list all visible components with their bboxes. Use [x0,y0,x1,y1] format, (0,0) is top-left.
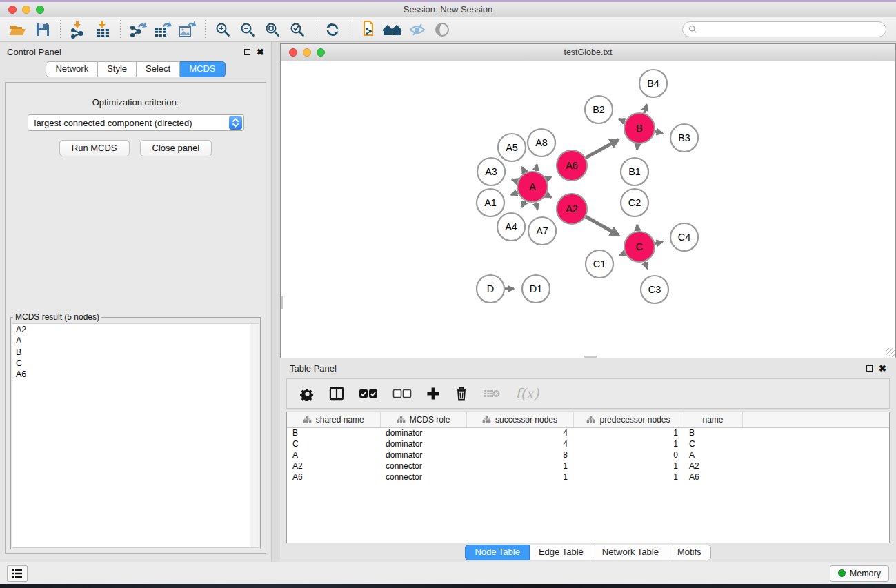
minimize-window-button[interactable] [22,6,30,14]
zoom-in-button[interactable] [210,19,235,40]
graph-node-label: B4 [647,78,659,89]
mcds-result-item[interactable]: A6 [12,369,259,380]
graph-edge-C-C4[interactable] [655,242,663,244]
deselect-all-button[interactable] [392,389,412,398]
graph-edge-A-A3[interactable] [512,179,517,181]
tab-mcds[interactable]: MCDS [180,61,225,77]
graph-node-label: B3 [678,132,690,143]
zoom-fit-button[interactable] [260,19,285,40]
tab-style[interactable]: Style [98,61,137,77]
mcds-result-item[interactable]: B [12,347,259,358]
graph-edge-A2-C[interactable] [586,216,619,235]
tab-motifs[interactable]: Motifs [668,545,711,560]
graph-edge-A-A2[interactable] [546,194,551,197]
tab-network[interactable]: Network [46,61,98,77]
criterion-dropdown[interactable]: largest connected component (directed) [28,114,244,131]
trash-icon [455,386,468,401]
delete-column-button[interactable] [455,386,468,401]
tab-edge-table[interactable]: Edge Table [530,545,593,560]
memory-button[interactable]: Memory [830,565,889,582]
import-network-button[interactable] [66,19,90,40]
column-header-successor-nodes[interactable]: successor nodes [466,412,573,427]
tab-node-table[interactable]: Node Table [465,545,530,560]
export-image-button[interactable] [175,19,200,40]
tab-select[interactable]: Select [137,61,180,77]
export-table-button[interactable] [150,19,175,40]
refresh-layout-button[interactable] [320,19,345,40]
table-row[interactable]: A6connector11A6 [287,472,889,483]
close-window-button[interactable] [8,6,17,14]
graph-edge-C-C3[interactable] [645,262,648,269]
graph-node-label: C4 [678,232,691,243]
window-title: Session: New Session [404,4,492,14]
graph-edge-A6-B[interactable] [586,139,619,158]
show-panel-button[interactable] [430,19,455,40]
column-header-predecessor-nodes[interactable]: predecessor nodes [573,412,684,427]
graph-edge-B-B3[interactable] [655,132,663,134]
graph-node-label: D1 [530,283,543,294]
split-columns-button[interactable] [329,387,344,401]
save-session-button[interactable] [30,19,55,40]
table-row[interactable]: Adominator80A [287,449,889,460]
gear-button[interactable] [300,387,315,401]
table-row[interactable]: A2connector11A2 [287,460,889,472]
graph-edge-A-A4[interactable] [521,201,525,207]
run-mcds-button[interactable]: Run MCDS [59,140,130,156]
zoom-window-button[interactable] [36,6,44,14]
resize-grip-icon[interactable] [886,348,895,357]
delete-table-button[interactable] [483,388,501,399]
table-cell: connector [380,472,466,483]
graph-edge-A-A1[interactable] [511,192,518,195]
column-header-name[interactable]: name [684,412,742,427]
memory-status-icon [838,569,846,577]
clone-network-button[interactable] [355,19,380,40]
add-column-icon [426,387,440,401]
search-field[interactable] [682,21,886,37]
import-table-button[interactable] [90,19,115,40]
network-close-button[interactable] [289,48,297,57]
mcds-result-item[interactable]: A [12,335,259,346]
float-table-panel-icon[interactable] [866,365,873,372]
export-network-button[interactable] [126,19,150,40]
table-cell-filler [742,460,889,472]
network-minimize-button[interactable] [303,48,311,57]
task-history-button[interactable] [7,565,28,582]
mcds-result-item[interactable]: A2 [12,324,259,335]
mcds-list-scrollbar[interactable] [250,324,259,547]
float-panel-icon[interactable] [244,49,250,55]
function-builder-button[interactable]: f(x) [515,385,539,402]
zoom-out-button[interactable] [235,19,260,40]
graph-edge-A-A6[interactable] [546,176,551,179]
graph-edge-B-B4[interactable] [644,105,647,113]
hide-panel-button[interactable] [405,19,430,40]
column-header-shared-name[interactable]: shared name [287,412,380,427]
graph-edge-A-A5[interactable] [522,167,525,172]
first-neighbors-button[interactable] [380,19,405,40]
vertical-scrollbar-nub[interactable] [281,296,283,309]
table-cell: A6 [684,472,742,483]
zoom-selected-button[interactable] [285,19,310,40]
network-zoom-button[interactable] [317,48,325,57]
tab-network-table[interactable]: Network Table [593,545,668,560]
graph-edge-C-C1[interactable] [619,253,625,255]
close-panel-button[interactable]: Close panel [140,140,212,156]
table-row[interactable]: Bdominator41B [287,427,889,438]
graph-edge-B-B2[interactable] [619,119,625,121]
graph-edge-C-C2[interactable] [637,225,638,231]
graph-edge-B-B1[interactable] [637,144,638,150]
horizontal-scrollbar-nub[interactable] [584,356,597,358]
close-panel-icon[interactable]: ✖ [257,48,264,57]
column-header-MCDS-role[interactable]: MCDS role [380,412,466,427]
mcds-result-item[interactable]: C [12,358,259,369]
control-panel-header: Control Panel ✖ [0,42,271,61]
close-table-panel-icon[interactable]: ✖ [879,364,886,373]
open-session-button[interactable] [6,19,30,40]
main-toolbar [0,17,896,42]
select-all-button[interactable] [359,389,378,398]
network-canvas[interactable]: AA1A2A3A4A5A6A7A8BB1B2B3B4CC1C2C3C4DD1 [281,62,895,358]
graph-edge-A-A8[interactable] [536,164,537,171]
add-column-button[interactable] [426,387,440,401]
table-row[interactable]: Cdominator41C [287,438,889,449]
search-input[interactable] [701,25,880,34]
graph-edge-A-A7[interactable] [536,203,537,210]
